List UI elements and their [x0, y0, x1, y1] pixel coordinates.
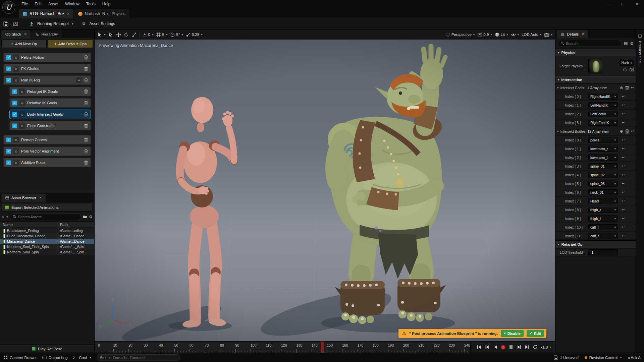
console-command-input[interactable] — [97, 354, 180, 361]
array-element-dropdown[interactable]: Head▾ — [588, 198, 618, 204]
reset-to-default-icon[interactable]: ↩ — [622, 103, 625, 107]
details-search-input[interactable] — [566, 42, 619, 46]
menu-help[interactable]: Help — [99, 0, 114, 8]
grid-snap-toggle[interactable]: 5 ▾ — [156, 32, 167, 37]
browse-to-asset-icon[interactable] — [630, 67, 634, 72]
reset-to-default-icon[interactable]: ↩ — [622, 120, 625, 125]
array-element-dropdown[interactable]: LeftFootIK▾ — [588, 111, 618, 117]
array-element-dropdown[interactable]: lowerarm_r▾ — [588, 146, 618, 152]
play-reverse-button[interactable] — [493, 345, 498, 350]
physics-asset-thumbnail[interactable] — [588, 59, 603, 73]
reset-to-default-icon[interactable]: ↩ — [622, 94, 625, 99]
menu-asset[interactable]: Asset — [45, 0, 62, 8]
use-selected-asset-icon[interactable] — [623, 67, 627, 72]
asset-row[interactable]: Northern_Soul_Floor_Spin/Game/…_Spin — [0, 244, 94, 249]
reset-to-default-icon[interactable]: ↩ — [622, 112, 625, 116]
op-item[interactable]: ✓☼FK Chains — [3, 64, 91, 73]
trash-icon[interactable] — [84, 123, 88, 128]
array-element-dropdown[interactable]: calf_r▾ — [588, 233, 618, 239]
add-new-op-button[interactable]: + Add New Op — [1, 40, 47, 48]
lod-threshold-input[interactable] — [588, 249, 618, 255]
tab-op-stack[interactable]: Op Stack × — [1, 30, 31, 38]
folder-icon[interactable] — [83, 215, 87, 219]
lit-mode-dropdown[interactable]: Lit ▾ — [495, 32, 508, 37]
lod-dropdown[interactable]: LOD Auto ▾ — [522, 33, 541, 37]
section-intersection[interactable]: ▾ Intersection — [555, 76, 636, 83]
trash-icon[interactable] — [84, 78, 88, 82]
pause-button[interactable] — [508, 345, 514, 350]
op-enabled-checkbox[interactable]: ✓ — [6, 78, 11, 83]
show-flags-dropdown[interactable]: ▾ — [511, 32, 519, 37]
op-item[interactable]: ✓☼Remap Curves — [3, 135, 91, 144]
ask-ai-button[interactable]: « Ask A — [628, 356, 641, 360]
reset-to-default-icon[interactable]: ↩ — [631, 129, 634, 133]
trash-icon[interactable] — [625, 129, 629, 134]
array-element-dropdown[interactable]: spine_02▾ — [588, 172, 618, 178]
array-element-dropdown[interactable]: spine_01▾ — [588, 163, 618, 169]
op-item[interactable]: ✓☼Body Intersect Goals — [9, 110, 91, 119]
op-enabled-checkbox[interactable]: ✓ — [6, 149, 11, 154]
trash-icon[interactable] — [84, 137, 88, 142]
reset-to-default-icon[interactable]: ↩ — [622, 138, 625, 142]
reset-to-default-icon[interactable]: ↩ — [622, 199, 625, 203]
op-enabled-checkbox[interactable]: ✓ — [6, 66, 11, 71]
ogre-figure[interactable] — [328, 46, 446, 324]
trash-icon[interactable] — [84, 101, 88, 105]
op-item[interactable]: ✓☼Additive Pose — [3, 158, 91, 167]
tab-close-icon[interactable]: × — [39, 195, 42, 200]
timeline-ruler[interactable]: 0102030405060708090100110120130140150160… — [95, 342, 471, 353]
asset-row[interactable]: Northern_Soul_Spin/Game/…_Spin — [0, 249, 94, 255]
op-enabled-checkbox[interactable]: ✓ — [6, 160, 11, 165]
op-enabled-checkbox[interactable]: ✓ — [6, 55, 11, 60]
screenshot-dropdown[interactable]: ▾ — [544, 32, 552, 37]
step-forward-button[interactable] — [517, 345, 522, 350]
go-to-end-button[interactable] — [525, 345, 530, 350]
revision-control-button[interactable]: Revision Control ▾ — [585, 356, 622, 360]
minimize-button[interactable]: – — [602, 0, 616, 8]
trash-icon[interactable] — [625, 85, 629, 90]
add-array-element-icon[interactable]: ⊕ — [620, 85, 623, 90]
physics-asset-dropdown[interactable]: Narb ▾ — [620, 60, 634, 66]
save-icon[interactable] — [3, 21, 8, 26]
trash-icon[interactable] — [84, 55, 88, 60]
array-element-dropdown[interactable]: pelvis▾ — [588, 137, 618, 143]
op-item[interactable]: ✓☼Run IK Rig+ — [3, 75, 91, 85]
tab-preview-scene[interactable]: Preview Sce... — [638, 41, 642, 66]
perspective-dropdown[interactable]: Perspective ▾ — [445, 32, 475, 37]
trash-icon[interactable] — [84, 149, 88, 154]
surface-snap-toggle[interactable]: 0 ▾ — [142, 32, 154, 37]
scale-snap-toggle[interactable]: 0.25 ▾ — [186, 32, 203, 37]
reset-to-default-icon[interactable]: ↩ — [622, 146, 625, 151]
tab-close-icon[interactable]: × — [582, 32, 584, 37]
mannequin-figure[interactable] — [177, 97, 238, 328]
tab-narbash-physics[interactable]: Narbash_N..s_Physics — [74, 9, 129, 18]
asset-settings-button[interactable]: ⚙ Asset Settings — [80, 20, 117, 27]
viewport-scene[interactable]: z x y Previewing Animation Macarena_Danc… — [95, 40, 555, 341]
trash-icon[interactable] — [84, 112, 88, 117]
reset-to-default-icon[interactable]: ↩ — [622, 225, 625, 229]
section-retarget-op[interactable]: ▾ Retarget Op — [555, 240, 636, 248]
reset-to-default-icon[interactable]: ↩ — [622, 190, 625, 194]
asset-row[interactable]: Dude_Macarena_Dance/Game…Dance — [0, 233, 94, 239]
op-enabled-checkbox[interactable]: ✓ — [12, 123, 17, 128]
op-enabled-checkbox[interactable]: ✓ — [12, 101, 17, 106]
op-item[interactable]: ✓☼Pole Vector Alignment — [3, 146, 91, 156]
filter-menu-icon[interactable]: ≡ — [2, 215, 4, 219]
cmd-dropdown[interactable]: Cmd ▾ — [73, 356, 91, 360]
tab-rtg-narbash[interactable]: RTG_Narbash_Bo• × — [19, 9, 73, 18]
go-to-start-button[interactable] — [477, 345, 482, 350]
play-ref-pose-button[interactable]: Play Ref Pose — [0, 345, 94, 353]
asset-row[interactable]: Breakdance_Ending/Game…nding — [0, 228, 94, 233]
settings-gear-icon[interactable]: ⚙ — [630, 41, 634, 46]
menu-tools[interactable]: Tools — [83, 0, 99, 8]
asset-search-input[interactable] — [18, 215, 78, 219]
loop-button[interactable] — [533, 345, 538, 350]
op-enabled-checkbox[interactable]: ✓ — [6, 137, 11, 142]
tab-close-icon[interactable]: × — [24, 32, 26, 37]
reset-to-default-icon[interactable]: ↩ — [622, 234, 625, 238]
array-element-dropdown[interactable]: thigh_l▾ — [588, 216, 618, 222]
add-child-op-button[interactable]: + — [76, 77, 82, 83]
display-options-icon[interactable] — [624, 41, 628, 46]
screen-percentage-dropdown[interactable]: 0.9 ▾ — [477, 32, 492, 37]
op-item[interactable]: ✓☼Relative IK Goals — [9, 98, 91, 108]
